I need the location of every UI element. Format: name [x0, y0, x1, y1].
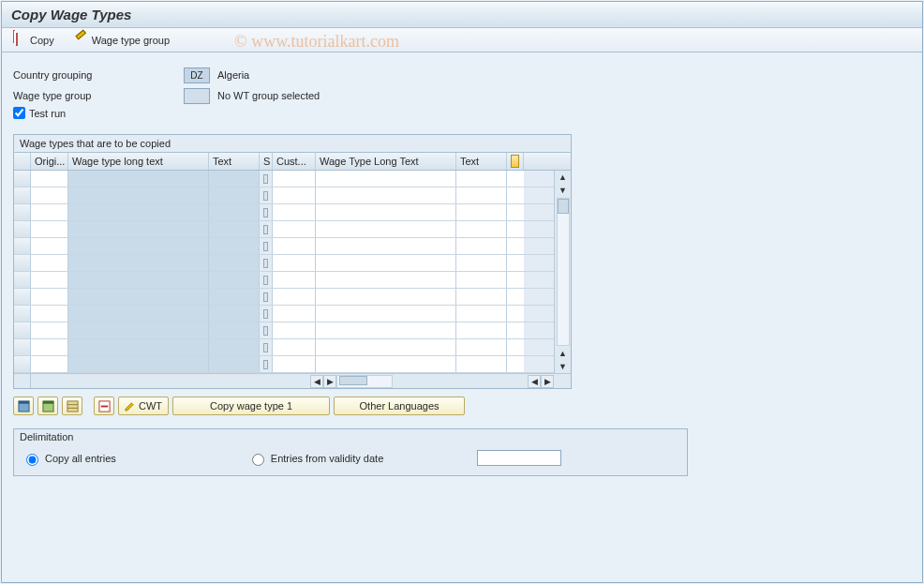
cell-origi[interactable]	[31, 221, 68, 237]
cell-s-checkbox[interactable]	[260, 187, 273, 203]
cell-s-checkbox[interactable]	[260, 289, 273, 305]
cell-cust[interactable]	[273, 204, 316, 220]
scroll-thumb[interactable]	[558, 199, 569, 214]
scroll-up-arrow-icon[interactable]: ▲	[556, 171, 571, 184]
scroll-up-step-icon[interactable]: ▲	[556, 347, 571, 360]
test-run-checkbox[interactable]	[13, 107, 25, 119]
cell-s-checkbox[interactable]	[260, 171, 273, 187]
cell-s-checkbox[interactable]	[260, 238, 273, 254]
cell-cust[interactable]	[273, 221, 316, 237]
copy-button[interactable]: Copy	[9, 32, 58, 49]
cell-text2[interactable]	[456, 204, 507, 220]
copy-all-entries-radio[interactable]	[26, 454, 38, 466]
row-selector[interactable]	[14, 339, 31, 355]
hscroll-left-arrow-icon[interactable]: ◀	[310, 375, 323, 388]
table-row[interactable]	[14, 171, 554, 187]
hscroll-right-arrow-2-icon[interactable]: ▶	[541, 375, 554, 388]
copy-all-entries-option[interactable]: Copy all entries	[22, 451, 116, 466]
cell-origi[interactable]	[31, 339, 68, 355]
cell-origi[interactable]	[31, 204, 68, 220]
table-row[interactable]	[14, 238, 554, 255]
cell-text2[interactable]	[456, 356, 507, 372]
cell-origi[interactable]	[31, 289, 68, 305]
cell-origi[interactable]	[31, 238, 68, 254]
cell-text2[interactable]	[456, 339, 507, 355]
cell-origi[interactable]	[31, 272, 68, 288]
hscroll-right-arrow-1-icon[interactable]: ▶	[323, 375, 336, 388]
table-header-text[interactable]: Text	[209, 153, 260, 170]
delete-row-button[interactable]	[94, 397, 114, 415]
cell-text2[interactable]	[456, 272, 507, 288]
cell-cust[interactable]	[273, 322, 316, 338]
cell-text2[interactable]	[456, 171, 507, 187]
table-row[interactable]	[14, 289, 554, 306]
cell-wage-type-long-text-2[interactable]	[316, 187, 456, 203]
cell-wage-type-long-text-2[interactable]	[316, 238, 456, 254]
table-header-text2[interactable]: Text	[456, 153, 507, 170]
table-row[interactable]	[14, 306, 554, 322]
table-header-wage-type-long-text-2[interactable]: Wage Type Long Text	[316, 153, 456, 170]
cwt-button[interactable]: CWT	[118, 397, 169, 415]
cell-text2[interactable]	[456, 221, 507, 237]
hscroll-track-1[interactable]	[336, 375, 393, 388]
table-detail-button[interactable]	[62, 397, 82, 415]
cell-origi[interactable]	[31, 255, 68, 271]
row-selector[interactable]	[14, 322, 31, 338]
cell-s-checkbox[interactable]	[260, 306, 273, 322]
cell-cust[interactable]	[273, 289, 316, 305]
row-selector[interactable]	[14, 306, 31, 322]
scroll-down-step-icon[interactable]: ▼	[556, 184, 571, 197]
cell-cust[interactable]	[273, 356, 316, 372]
cell-wage-type-long-text-2[interactable]	[316, 322, 456, 338]
cell-wage-type-long-text-2[interactable]	[316, 204, 456, 220]
cell-text2[interactable]	[456, 187, 507, 203]
cell-cust[interactable]	[273, 339, 316, 355]
deselect-all-button[interactable]	[37, 397, 58, 415]
test-run-label[interactable]: Test run	[29, 108, 66, 119]
cell-cust[interactable]	[273, 272, 316, 288]
entries-from-date-radio[interactable]	[252, 454, 264, 466]
validity-date-input[interactable]	[477, 450, 561, 466]
copy-wage-type-1-button[interactable]: Copy wage type 1	[172, 397, 330, 415]
table-header-wage-type-long-text[interactable]: Wage type long text	[68, 153, 209, 170]
cell-wage-type-long-text-2[interactable]	[316, 272, 456, 288]
scroll-track[interactable]	[557, 198, 570, 346]
cell-s-checkbox[interactable]	[260, 272, 273, 288]
cell-cust[interactable]	[273, 171, 316, 187]
cell-s-checkbox[interactable]	[260, 221, 273, 237]
table-row[interactable]	[14, 204, 554, 221]
cell-wage-type-long-text-2[interactable]	[316, 306, 456, 322]
cell-cust[interactable]	[273, 255, 316, 271]
cell-origi[interactable]	[31, 306, 68, 322]
cell-wage-type-long-text-2[interactable]	[316, 289, 456, 305]
cell-s-checkbox[interactable]	[260, 339, 273, 355]
row-selector[interactable]	[14, 255, 31, 271]
hscroll-thumb-1[interactable]	[339, 376, 367, 385]
country-grouping-input[interactable]: DZ	[184, 67, 210, 83]
table-row[interactable]	[14, 356, 554, 373]
table-header-s[interactable]: S	[260, 153, 273, 170]
wage-type-group-input[interactable]	[184, 88, 210, 104]
table-header-origi[interactable]: Origi...	[31, 153, 68, 170]
row-selector[interactable]	[14, 272, 31, 288]
cell-origi[interactable]	[31, 356, 68, 372]
table-row[interactable]	[14, 322, 554, 339]
table-row[interactable]	[14, 272, 554, 289]
cell-origi[interactable]	[31, 171, 68, 187]
cell-cust[interactable]	[273, 187, 316, 203]
table-header-configure[interactable]	[507, 153, 524, 170]
cell-origi[interactable]	[31, 322, 68, 338]
cell-text2[interactable]	[456, 306, 507, 322]
table-row[interactable]	[14, 221, 554, 238]
cell-wage-type-long-text-2[interactable]	[316, 339, 456, 355]
table-row[interactable]	[14, 255, 554, 272]
other-languages-button[interactable]: Other Languages	[334, 397, 465, 415]
table-vertical-scrollbar[interactable]: ▲ ▼ ▲ ▼	[554, 171, 571, 373]
cell-s-checkbox[interactable]	[260, 356, 273, 372]
wage-type-group-button[interactable]: Wage type group	[71, 32, 173, 49]
table-row[interactable]	[14, 187, 554, 204]
table-header-selector[interactable]	[14, 153, 31, 170]
row-selector[interactable]	[14, 187, 31, 203]
cell-s-checkbox[interactable]	[260, 255, 273, 271]
cell-text2[interactable]	[456, 322, 507, 338]
